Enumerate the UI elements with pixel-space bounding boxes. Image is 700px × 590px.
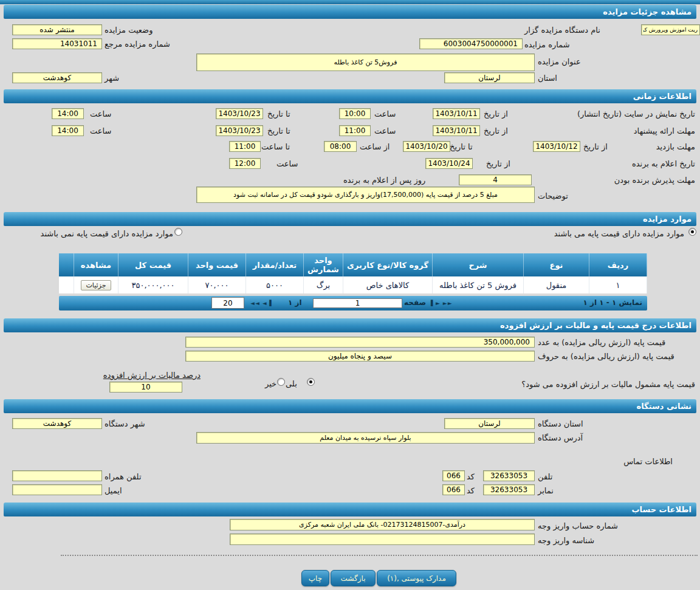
vat-question-label: قیمت پایه مشمول مالیات بر ارزش افزوده می…	[521, 380, 695, 389]
status-label: وضعیت مزایده	[105, 26, 153, 35]
cell-row-number: ۱	[589, 276, 647, 293]
cell-unit-price: ۷۰,۰۰۰	[188, 276, 246, 293]
province-field[interactable]	[444, 72, 535, 83]
city-label: شهر	[105, 74, 119, 83]
offer-from-hour-label: ساعت	[374, 126, 396, 135]
col-unit-price: قیمت واحد	[188, 253, 246, 276]
visit-from-date-field[interactable]	[533, 141, 580, 152]
description-field[interactable]	[196, 187, 535, 203]
offer-to-date-field[interactable]	[216, 125, 263, 136]
col-count-unit: واحد شمارش	[304, 253, 343, 276]
publish-from-date-label: از تاریخ	[484, 109, 508, 118]
cell-description: فروش 5 تن کاغذ باطله	[433, 276, 524, 293]
city-field[interactable]	[12, 72, 102, 83]
mobile-field[interactable]	[12, 470, 102, 481]
has-base-price-radio[interactable]	[688, 228, 696, 236]
section-header-account: اطلاعات حساب	[4, 503, 696, 516]
org-name-field[interactable]	[641, 24, 700, 35]
auction-title-field[interactable]	[196, 53, 535, 71]
offer-from-hour-field[interactable]	[339, 125, 371, 136]
ref-number-field[interactable]	[12, 38, 102, 49]
email-field[interactable]	[12, 484, 102, 495]
attached-docs-button[interactable]: مدارک پیوستی ,(۱)	[377, 570, 456, 586]
status-field[interactable]	[12, 24, 102, 35]
auction-number-field[interactable]	[419, 38, 523, 49]
section-header-price-vat: اطلاعات درج قیمت پایه و مالیات بر ارزش ا…	[4, 318, 696, 332]
cell-goods-group: کالاهای خاص	[343, 276, 433, 293]
section-header-view-details: مشاهده جزئیات مزایده	[4, 5, 696, 19]
announce-hour-label: ساعت	[276, 159, 298, 168]
cell-spacer	[59, 276, 74, 293]
table-row: ۱ منقول فروش 5 تن کاغذ باطله کالاهای خاص…	[59, 276, 647, 293]
visit-to-hour-field[interactable]	[229, 141, 261, 152]
winner-accept-suffix-label: روز پس از اعلام به برنده	[343, 176, 425, 185]
page-number-input[interactable]	[313, 298, 402, 308]
visit-to-date-label: تا تاریخ	[450, 142, 473, 151]
visit-to-date-field[interactable]	[403, 141, 450, 152]
section-header-address: نشانی دستگاه	[4, 399, 696, 413]
first-prev-page-icon[interactable]: ▐◄ ◄◄	[250, 300, 272, 306]
visit-from-date-label: از تاریخ	[583, 142, 608, 151]
visit-from-hour-field[interactable]	[324, 141, 357, 152]
col-quantity: تعداد/مقدار	[246, 253, 304, 276]
cell-quantity: ۵۰۰۰	[246, 276, 304, 293]
print-button[interactable]: چاپ	[301, 570, 329, 586]
col-description: شرح	[433, 253, 524, 276]
org-address-field[interactable]	[196, 432, 535, 444]
vat-percent-field[interactable]	[109, 382, 182, 393]
publish-from-hour-field[interactable]	[339, 108, 371, 119]
offer-to-hour-field[interactable]	[52, 125, 84, 136]
cell-view: جزئیات	[74, 276, 118, 293]
offer-deadline-label: مهلت ارائه پیشنهاد	[634, 126, 695, 135]
offer-to-date-label: تا تاریخ	[267, 126, 290, 135]
ref-number-label: شماره مزایده مرجع	[105, 39, 170, 49]
publish-to-hour-field[interactable]	[52, 108, 84, 119]
deposit-id-label: شناسه واریز وجه	[538, 536, 594, 545]
base-price-words-field[interactable]	[185, 351, 535, 362]
phone-field[interactable]	[483, 470, 535, 481]
announce-hour-field[interactable]	[229, 158, 261, 169]
visit-to-hour-label: تا ساعت	[261, 142, 290, 151]
details-button[interactable]: جزئیات	[81, 280, 112, 290]
address-title: نشانی دستگاه	[637, 402, 691, 411]
publish-from-hour-label: ساعت	[374, 109, 396, 118]
deposit-account-field[interactable]	[230, 519, 535, 530]
winner-accept-days-field[interactable]	[459, 174, 532, 185]
account-title: اطلاعات حساب	[632, 505, 691, 514]
publish-from-date-field[interactable]	[433, 108, 480, 119]
next-last-page-icon[interactable]: ►► ►▌	[431, 300, 453, 306]
fax-code-field[interactable]	[442, 484, 465, 495]
publish-to-hour-label: ساعت	[90, 109, 111, 118]
page-title: مشاهده جزئیات مزایده	[603, 7, 691, 16]
visit-deadline-label: مهلت بازدید	[656, 142, 695, 151]
vat-no-label: خیر	[265, 379, 276, 388]
org-province-label: استان دستگاه	[538, 419, 583, 428]
publish-to-date-label: تا تاریخ	[267, 109, 290, 118]
items-title: موارد مزایده	[643, 214, 691, 224]
base-price-number-field[interactable]	[185, 337, 535, 348]
col-row-number: ردیف	[589, 253, 647, 276]
org-city-label: شهر دستگاه	[105, 419, 145, 428]
vat-yes-radio[interactable]	[307, 378, 315, 386]
back-button[interactable]: بازگشت	[331, 570, 376, 586]
page-size-select[interactable]	[211, 297, 244, 309]
email-label: ایمیل	[105, 486, 122, 495]
fax-field[interactable]	[483, 484, 535, 495]
time-info-title: اطلاعات زمانی	[633, 92, 691, 101]
winner-accept-label: مهلت پذیرش برنده بودن	[614, 176, 695, 185]
phone-code-label: کد	[467, 472, 475, 481]
org-city-field[interactable]	[12, 418, 102, 429]
fax-label: نمابر	[538, 486, 554, 495]
table-pagination-bar: نمایش ۱ - ۱ از ۱ ►► ►▌ صفحه از ۱ ▐◄ ◄◄	[59, 296, 647, 310]
phone-label: تلفن	[538, 472, 552, 481]
province-label: استان	[538, 74, 557, 83]
vat-no-radio[interactable]	[277, 378, 285, 386]
publish-to-date-field[interactable]	[216, 108, 263, 119]
org-province-field[interactable]	[444, 418, 535, 429]
deposit-id-field[interactable]	[230, 533, 535, 545]
phone-code-field[interactable]	[442, 470, 465, 481]
offer-from-date-field[interactable]	[433, 125, 480, 136]
no-base-price-radio[interactable]	[174, 228, 182, 236]
separator-dotted-line	[61, 555, 698, 556]
announce-from-date-field[interactable]	[425, 158, 473, 169]
